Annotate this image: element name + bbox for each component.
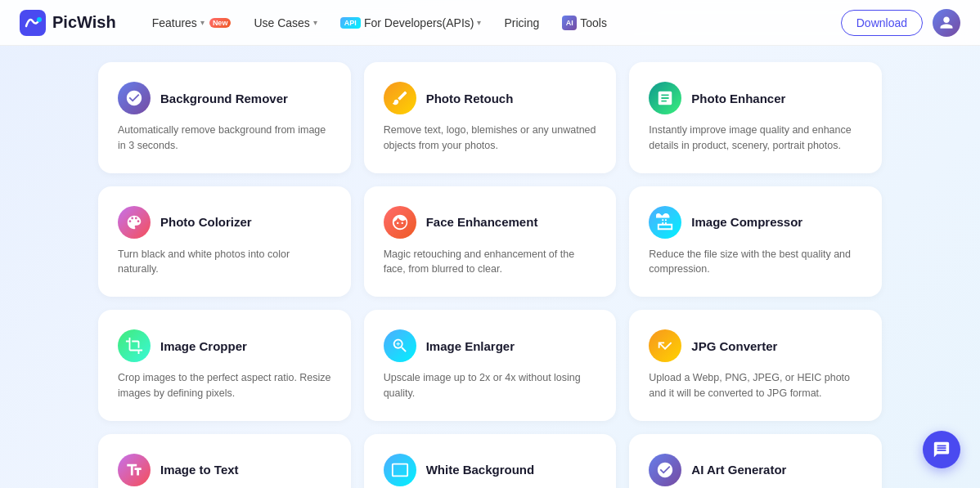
image-compressor-icon — [656, 213, 674, 231]
tool-desc-face-enhancement: Magic retouching and enhancement of the … — [384, 247, 597, 278]
tool-name-jpg-converter: JPG Converter — [691, 339, 777, 353]
photo-enhancer-icon — [656, 89, 674, 107]
nav-pricing-label: Pricing — [504, 16, 539, 29]
tool-card-header: White Background — [384, 454, 597, 486]
tool-name-image-cropper: Image Cropper — [160, 339, 247, 353]
tool-card-header: Photo Retouch — [384, 82, 597, 114]
tool-icon-ai-art-generator — [649, 454, 681, 486]
tool-card-header: Image to Text — [118, 454, 331, 486]
tool-card-header: Photo Colorizer — [118, 206, 331, 239]
face-enhancement-icon — [391, 213, 409, 231]
tool-icon-white-background — [384, 454, 416, 486]
ai-badge-icon: AI — [562, 16, 577, 30]
tool-icon-face-enhancement — [384, 206, 416, 239]
tool-card-white-background[interactable]: White Background Make photo background w… — [364, 434, 617, 489]
tool-card-bg-remover[interactable]: Background Remover Automatically remove … — [98, 62, 351, 173]
tool-name-image-compressor: Image Compressor — [691, 215, 802, 229]
logo-icon — [20, 10, 46, 36]
image-to-text-icon — [125, 461, 143, 479]
image-cropper-icon — [125, 337, 143, 355]
nav-features-label: Features — [152, 16, 197, 29]
tool-icon-bg-remover — [118, 82, 151, 114]
tool-card-ai-art-generator[interactable]: AI Art Generator Produce AI-generated im… — [629, 434, 882, 489]
tool-desc-image-enlarger: Upscale image up to 2x or 4x without los… — [384, 370, 597, 401]
tool-card-image-compressor[interactable]: Image Compressor Reduce the file size wi… — [629, 186, 882, 298]
tool-card-image-to-text[interactable]: Image to Text Easily convert image to ed… — [98, 434, 351, 489]
tool-card-image-enlarger[interactable]: Image Enlarger Upscale image up to 2x or… — [364, 310, 617, 421]
nav-item-for-developers[interactable]: API For Developers(APIs) ▾ — [330, 11, 492, 34]
tool-name-face-enhancement: Face Enhancement — [426, 215, 538, 229]
nav-item-features[interactable]: Features ▾ New — [142, 11, 241, 34]
nav-use-cases-label: Use Cases — [254, 16, 309, 29]
nav-items: Features ▾ New Use Cases ▾ API For Devel… — [142, 11, 841, 35]
tool-icon-photo-enhancer — [649, 82, 681, 114]
nav-developers-label: For Developers(APIs) — [364, 16, 474, 29]
nav-item-use-cases[interactable]: Use Cases ▾ — [244, 11, 326, 34]
developers-chevron-icon: ▾ — [477, 18, 481, 27]
svg-point-1 — [37, 17, 42, 22]
logo-text: PicWish — [52, 13, 116, 32]
tool-card-face-enhancement[interactable]: Face Enhancement Magic retouching and en… — [364, 186, 617, 298]
navbar: PicWish Features ▾ New Use Cases ▾ API F… — [0, 0, 980, 46]
tool-card-header: Photo Enhancer — [649, 82, 862, 114]
tool-card-header: Image Compressor — [649, 206, 862, 239]
tool-card-image-cropper[interactable]: Image Cropper Crop images to the perfect… — [98, 310, 351, 421]
tool-desc-photo-colorizer: Turn black and white photos into color n… — [118, 247, 331, 278]
tool-card-header: Face Enhancement — [384, 206, 597, 239]
tool-name-image-enlarger: Image Enlarger — [426, 339, 515, 353]
tool-name-photo-enhancer: Photo Enhancer — [691, 92, 785, 105]
tool-desc-jpg-converter: Upload a Webp, PNG, JPEG, or HEIC photo … — [649, 370, 862, 401]
features-new-badge: New — [209, 18, 232, 28]
logo[interactable]: PicWish — [20, 10, 116, 36]
bg-remover-icon — [125, 89, 143, 107]
tool-desc-image-compressor: Reduce the file size with the best quali… — [649, 247, 862, 278]
tool-icon-image-compressor — [649, 206, 681, 239]
tool-name-photo-colorizer: Photo Colorizer — [160, 215, 252, 229]
tool-icon-photo-retouch — [384, 82, 416, 114]
tool-icon-image-to-text — [118, 454, 151, 486]
nav-item-tools[interactable]: AI Tools — [552, 11, 617, 35]
tool-icon-image-cropper — [118, 329, 151, 362]
avatar-icon — [939, 16, 954, 30]
tool-icon-photo-colorizer — [118, 206, 151, 239]
api-badge: API — [340, 17, 361, 29]
tool-name-photo-retouch: Photo Retouch — [426, 92, 514, 105]
tools-grid: Background Remover Automatically remove … — [98, 62, 882, 488]
tool-desc-bg-remover: Automatically remove background from ima… — [118, 123, 331, 154]
nav-right: Download — [841, 9, 960, 37]
tool-card-header: Image Enlarger — [384, 329, 597, 362]
nav-tools-label: Tools — [580, 16, 607, 29]
tool-icon-image-enlarger — [384, 329, 416, 362]
image-enlarger-icon — [391, 337, 409, 355]
download-button[interactable]: Download — [841, 10, 923, 36]
jpg-converter-icon — [656, 337, 674, 355]
nav-item-pricing[interactable]: Pricing — [494, 11, 549, 34]
tool-icon-jpg-converter — [649, 329, 681, 362]
tool-desc-image-cropper: Crop images to the perfect aspect ratio.… — [118, 370, 331, 401]
tool-name-image-to-text: Image to Text — [160, 463, 239, 477]
chat-icon — [933, 441, 951, 459]
white-background-icon — [391, 461, 409, 479]
tool-card-jpg-converter[interactable]: JPG Converter Upload a Webp, PNG, JPEG, … — [629, 310, 882, 421]
tool-card-header: AI Art Generator — [649, 454, 862, 486]
features-chevron-icon: ▾ — [200, 18, 205, 27]
tool-desc-photo-retouch: Remove text, logo, blemishes or any unwa… — [384, 123, 597, 154]
tool-name-white-background: White Background — [426, 463, 535, 477]
main-content: Background Remover Automatically remove … — [0, 46, 980, 488]
avatar[interactable] — [933, 9, 960, 37]
tool-card-header: Image Cropper — [118, 329, 331, 362]
ai-art-generator-icon — [656, 461, 674, 479]
tool-card-photo-enhancer[interactable]: Photo Enhancer Instantly improve image q… — [629, 62, 882, 173]
tool-card-header: Background Remover — [118, 82, 331, 114]
photo-colorizer-icon — [125, 213, 143, 231]
tool-card-header: JPG Converter — [649, 329, 862, 362]
chat-bubble-button[interactable] — [923, 431, 960, 468]
photo-retouch-icon — [391, 89, 409, 107]
tool-card-photo-colorizer[interactable]: Photo Colorizer Turn black and white pho… — [98, 186, 351, 298]
tool-name-bg-remover: Background Remover — [160, 92, 288, 105]
tool-name-ai-art-generator: AI Art Generator — [691, 463, 786, 477]
tool-card-photo-retouch[interactable]: Photo Retouch Remove text, logo, blemish… — [364, 62, 617, 173]
tool-desc-photo-enhancer: Instantly improve image quality and enha… — [649, 123, 862, 154]
use-cases-chevron-icon: ▾ — [313, 18, 317, 27]
